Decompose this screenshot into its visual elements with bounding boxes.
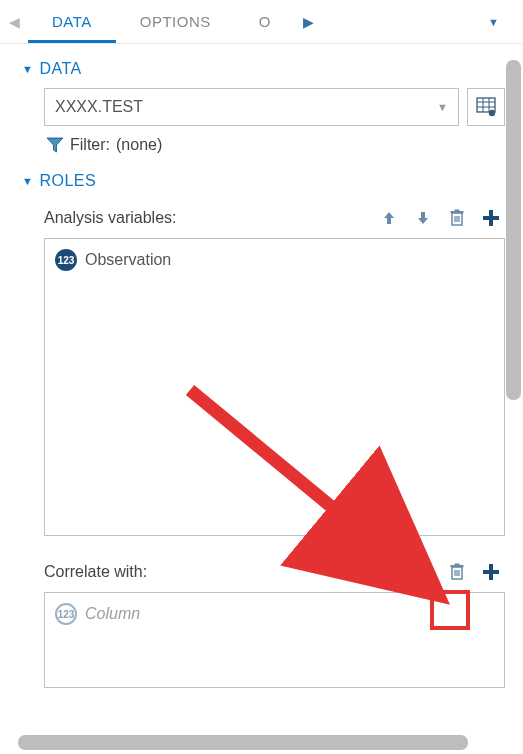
svg-rect-16 [451,565,464,567]
roles-body: Analysis variables: 123 Observation [44,204,505,688]
filter-row: Filter: (none) [46,136,505,154]
correlate-toolbar [375,558,505,586]
caret-down-icon: ▼ [22,175,33,187]
dataset-dropdown[interactable]: XXXX.TEST ▼ [44,88,459,126]
caret-down-icon: ▼ [22,63,33,75]
correlate-with-listbox[interactable]: 123 Column [44,592,505,688]
filter-value: (none) [116,136,162,154]
section-title-data: DATA [39,60,81,78]
plus-icon [482,563,500,581]
arrow-down-icon [415,210,431,226]
tab-scroll-right-icon[interactable]: ▶ [295,14,323,30]
correlate-with-header: Correlate with: [44,558,505,586]
numeric-type-icon: 123 [55,249,77,271]
arrow-down-icon [415,564,431,580]
section-title-roles: ROLES [39,172,96,190]
dropdown-caret-icon: ▼ [437,101,448,113]
add-correlate-variable-button[interactable] [477,558,505,586]
dataset-name: XXXX.TEST [55,98,143,116]
delete-button[interactable] [443,204,471,232]
content-panel: ▼ DATA XXXX.TEST ▼ Filter: (none) [0,44,523,698]
arrow-up-icon [381,210,397,226]
delete-button[interactable] [443,558,471,586]
trash-icon [449,209,465,227]
move-up-button[interactable] [375,204,403,232]
svg-rect-11 [455,210,460,212]
vertical-scrollbar[interactable] [506,60,521,400]
tab-scroll-left-icon[interactable]: ◀ [0,14,28,30]
view-data-grid-button[interactable] [467,88,505,126]
move-up-button[interactable] [375,558,403,586]
correlate-with-label: Correlate with: [44,563,375,581]
move-down-button[interactable] [409,204,437,232]
dataset-row: XXXX.TEST ▼ [44,88,505,126]
plus-icon [482,209,500,227]
filter-icon[interactable] [46,136,64,154]
analysis-variables-label: Analysis variables: [44,209,375,227]
svg-rect-17 [455,564,460,566]
svg-rect-10 [451,211,464,213]
analysis-toolbar [375,204,505,232]
section-header-roles[interactable]: ▼ ROLES [22,172,505,190]
analysis-variables-listbox[interactable]: 123 Observation [44,238,505,536]
horizontal-scrollbar[interactable] [18,735,468,750]
list-item-placeholder: 123 Column [45,593,504,635]
numeric-type-icon: 123 [55,603,77,625]
move-down-button[interactable] [409,558,437,586]
arrow-up-icon [381,564,397,580]
tab-menu-dropdown-icon[interactable]: ▼ [488,16,499,28]
list-item[interactable]: 123 Observation [45,239,504,281]
trash-icon [449,563,465,581]
svg-point-5 [489,110,495,116]
grid-icon [476,97,496,117]
tab-overflow[interactable]: O [235,1,295,43]
tab-bar: ◀ DATA OPTIONS O ▶ ▼ [0,0,523,44]
add-analysis-variable-button[interactable] [477,204,505,232]
placeholder-text: Column [85,605,140,623]
variable-name: Observation [85,251,171,269]
tab-options[interactable]: OPTIONS [116,1,235,43]
tab-data[interactable]: DATA [28,1,116,43]
section-header-data[interactable]: ▼ DATA [22,60,505,78]
analysis-variables-header: Analysis variables: [44,204,505,232]
filter-label: Filter: [70,136,110,154]
